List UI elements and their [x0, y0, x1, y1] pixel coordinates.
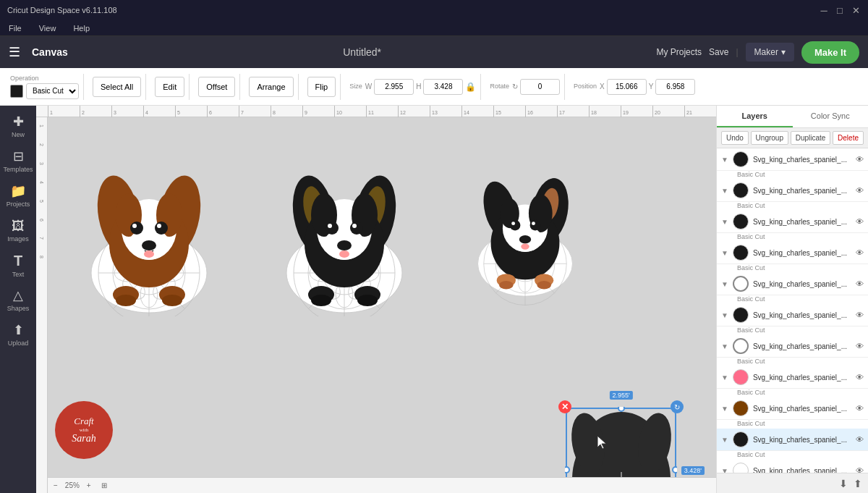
layer-item[interactable]: ▼ Svg_king_charles_spaniel_... 👁 [717, 273, 868, 295]
canvas-area[interactable]: 1 2 3 4 5 6 7 8 9 10 11 12 13 14 15 16 1… [36, 106, 716, 493]
layer-item[interactable]: ▼ Svg_king_charles_spaniel_... 👁 [717, 366, 868, 389]
layer-item[interactable]: ▼ Svg_king_charles_spaniel_... 👁 [717, 148, 868, 171]
svg-point-25 [132, 224, 137, 228]
size-section: Size W H 🔒 [345, 74, 481, 100]
y-input[interactable] [655, 79, 695, 95]
bottom-bar: − 25% + ⊞ [48, 477, 716, 493]
offset-section: Offset [194, 74, 240, 100]
menu-help[interactable]: Help [70, 22, 93, 34]
eye-icon[interactable]: 👁 [856, 466, 864, 473]
undo-btn[interactable]: Undo [721, 131, 749, 145]
tick-9: 9 [302, 106, 334, 117]
layer-item[interactable]: ▼ Svg_king_charles_spaniel_... 👁 [717, 397, 868, 420]
eye-icon[interactable]: 👁 [856, 373, 864, 382]
width-input[interactable] [374, 79, 414, 95]
svg-point-63 [339, 250, 349, 258]
delete-handle[interactable]: ✕ [558, 400, 571, 413]
sidebar-item-images[interactable]: 🖼 Images [2, 214, 34, 246]
arrange-btn[interactable]: Arrange [249, 77, 293, 97]
ungroup-btn[interactable]: Ungroup [751, 131, 788, 145]
minimize-btn[interactable]: ─ [819, 5, 829, 15]
size-label: Size [349, 83, 362, 90]
zoom-in-btn[interactable]: + [87, 481, 91, 489]
sidebar-item-new[interactable]: ✚ New [2, 110, 34, 142]
select-all-btn[interactable]: Select All [93, 77, 141, 97]
zoom-out-btn[interactable]: − [54, 481, 58, 489]
new-icon: ✚ [13, 114, 24, 130]
eye-icon[interactable]: 👁 [856, 186, 864, 195]
selected-element[interactable]: ✕ ↻ 2.955' 3.428' [565, 407, 677, 477]
ruler-top: 1 2 3 4 5 6 7 8 9 10 11 12 13 14 15 16 1… [36, 106, 716, 117]
x-input[interactable] [607, 79, 647, 95]
tick-14: 14 [461, 106, 493, 117]
window-controls[interactable]: ─ □ ✕ [819, 5, 861, 15]
layer-item[interactable]: ▼ Svg_king_charles_spaniel_... 👁 [717, 460, 868, 473]
eye-icon[interactable]: 👁 [856, 217, 864, 226]
edit-btn[interactable]: Edit [155, 77, 184, 97]
selected-shape-svg [565, 407, 677, 477]
hamburger-icon[interactable]: ☰ [9, 44, 20, 60]
layer-item[interactable]: ▼ Svg_king_charles_spaniel_... 👁 [717, 335, 868, 358]
tick-12: 12 [398, 106, 430, 117]
sidebar-item-projects[interactable]: 📁 Projects [2, 180, 34, 211]
fit-btn[interactable]: ⊞ [101, 481, 107, 489]
menu-view[interactable]: View [36, 22, 59, 34]
save-btn[interactable]: Save [709, 47, 728, 57]
operation-select[interactable]: Basic Cut [26, 83, 79, 99]
duplicate-btn[interactable]: Duplicate [791, 131, 831, 145]
layer-item[interactable]: ▼ Svg_king_charles_spaniel_... 👁 [717, 304, 868, 326]
images-icon: 🖼 [12, 219, 25, 234]
tab-layers[interactable]: Layers [717, 106, 793, 127]
my-projects-btn[interactable]: My Projects [656, 47, 702, 57]
close-btn[interactable]: ✕ [851, 5, 861, 15]
document-title-center: Untitled* [80, 46, 645, 58]
layer-sub-item: Basic Cut [717, 389, 868, 397]
eye-icon[interactable]: 👁 [856, 435, 864, 444]
make-it-btn[interactable]: Make It [801, 41, 859, 64]
tab-color-sync[interactable]: Color Sync [793, 106, 869, 127]
rotate-handle[interactable]: ↻ [671, 400, 684, 413]
images-label: Images [7, 235, 29, 243]
sidebar-item-shapes[interactable]: △ Shapes [2, 284, 34, 316]
layer-expand-icon: ▼ [721, 405, 728, 413]
sidebar-item-text[interactable]: T Text [2, 249, 34, 281]
svg-point-107 [618, 407, 624, 411]
eye-icon[interactable]: 👁 [856, 279, 864, 288]
eye-icon[interactable]: 👁 [856, 311, 864, 319]
menu-file[interactable]: File [6, 22, 25, 34]
layer-item[interactable]: ▼ Svg_king_charles_spaniel_... 👁 [717, 211, 868, 233]
layer-name: Svg_king_charles_spaniel_... [753, 342, 851, 350]
sidebar-item-upload[interactable]: ⬆ Upload [2, 319, 34, 350]
svg-point-62 [337, 240, 352, 250]
maker-dropdown-btn[interactable]: Maker ▾ [746, 43, 794, 62]
layer-item[interactable]: ▼ Svg_king_charles_spaniel_... 👁 [717, 242, 868, 264]
lock-icon[interactable]: 🔒 [465, 82, 476, 92]
svg-point-24 [155, 222, 168, 235]
layers-list: ▼ Svg_king_charles_spaniel_... 👁 Basic C… [717, 148, 868, 473]
offset-btn[interactable]: Offset [198, 77, 235, 97]
height-input[interactable] [423, 79, 463, 95]
app-title: Cricut Design Space v6.11.108 [7, 6, 117, 14]
sidebar-item-templates[interactable]: ⊟ Templates [2, 145, 34, 177]
eye-icon[interactable]: 👁 [856, 155, 864, 164]
eye-icon[interactable]: 👁 [856, 404, 864, 413]
layer-thumb [733, 463, 749, 473]
layer-name: Svg_king_charles_spaniel_... [753, 280, 851, 288]
eye-icon[interactable]: 👁 [856, 248, 864, 257]
layer-item[interactable]: ▼ Svg_king_charles_spaniel_... 👁 [717, 180, 868, 202]
layer-item[interactable]: ▼ Svg_king_charles_spaniel_... 👁 [717, 429, 868, 451]
layer-thumb [733, 369, 749, 385]
tick-20: 20 [652, 106, 684, 117]
layer-name: Svg_king_charles_spaniel_... [753, 249, 851, 257]
canvas-working-area[interactable]: ✕ ↻ 2.955' 3.428' [48, 117, 716, 477]
layer-move-up-icon[interactable]: ⬆ [854, 478, 862, 489]
layer-expand-icon: ▼ [721, 311, 728, 319]
layer-move-down-icon[interactable]: ⬇ [839, 478, 848, 489]
delete-btn[interactable]: Delete [833, 131, 864, 145]
flip-btn[interactable]: Flip [307, 77, 336, 97]
maximize-btn[interactable]: □ [835, 5, 845, 15]
craft-with-sarah-logo: Craft with Sarah [55, 401, 113, 459]
rotate-input[interactable] [520, 79, 560, 95]
width-dimension-label: 2.955' [609, 391, 632, 400]
eye-icon[interactable]: 👁 [856, 342, 864, 350]
